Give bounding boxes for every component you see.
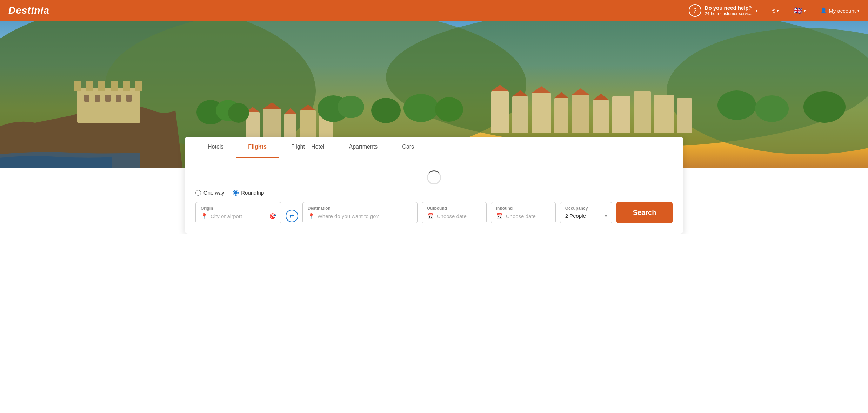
tab-hotels[interactable]: Hotels	[195, 137, 236, 158]
account-chevron-icon: ▾	[857, 8, 860, 13]
svg-rect-11	[135, 81, 142, 91]
loading-spinner	[427, 170, 441, 184]
trip-type-selector: One way Roundtrip	[195, 190, 673, 196]
svg-rect-8	[98, 81, 105, 91]
svg-point-40	[717, 90, 756, 120]
logo[interactable]: Destinia	[8, 5, 49, 16]
header-divider-2	[786, 5, 786, 16]
flag-icon: 🇬🇧	[793, 6, 802, 15]
svg-point-41	[755, 95, 789, 122]
tab-flights[interactable]: Flights	[236, 137, 279, 158]
svg-rect-29	[634, 91, 651, 133]
tab-flight-hotel[interactable]: Flight + Hotel	[279, 137, 337, 158]
header-divider-1	[765, 5, 765, 16]
roundtrip-option[interactable]: Roundtrip	[233, 190, 264, 196]
tab-apartments[interactable]: Apartments	[337, 137, 390, 158]
destination-location-icon: 📍	[308, 213, 315, 219]
swap-icon: ⇄	[289, 212, 294, 219]
swap-button[interactable]: ⇄	[286, 210, 298, 222]
one-way-option[interactable]: One way	[195, 190, 224, 196]
origin-input-row: 📍 🎯	[201, 213, 276, 219]
loading-area	[195, 165, 673, 190]
occupancy-chevron-icon: ▾	[605, 214, 607, 218]
account-person-icon: 👤	[820, 7, 827, 14]
inbound-calendar-icon: 📅	[496, 213, 503, 219]
destination-label: Destination	[308, 206, 412, 211]
inbound-label: Inbound	[496, 206, 550, 211]
svg-rect-16	[126, 95, 132, 102]
svg-rect-25	[554, 98, 568, 133]
origin-target-icon[interactable]: 🎯	[269, 213, 276, 219]
svg-point-36	[338, 96, 364, 118]
svg-rect-9	[111, 81, 118, 91]
svg-rect-10	[123, 81, 130, 91]
origin-location-icon: 📍	[201, 213, 208, 219]
svg-rect-12	[84, 95, 89, 102]
search-fields-row: Origin 📍 🎯 ⇄ Destination 📍	[195, 202, 673, 223]
svg-point-34	[228, 103, 249, 123]
svg-rect-27	[593, 100, 609, 133]
one-way-radio[interactable]	[195, 190, 201, 196]
lang-chevron-icon: ▾	[804, 8, 806, 13]
header-divider-3	[813, 5, 813, 16]
svg-rect-20	[300, 110, 316, 140]
svg-point-38	[403, 94, 439, 122]
roundtrip-radio[interactable]	[233, 190, 239, 196]
search-box: Hotels Flights Flight + Hotel Apartments…	[185, 137, 683, 234]
inbound-field-group[interactable]: Inbound 📅	[491, 202, 556, 223]
search-button-label: Search	[633, 209, 656, 216]
svg-rect-5	[77, 88, 140, 123]
currency-selector[interactable]: € ▾	[772, 8, 779, 14]
help-text: Do you need help? 24-hour customer servi…	[705, 5, 752, 16]
destination-input[interactable]	[318, 213, 412, 219]
search-tabs: Hotels Flights Flight + Hotel Apartments…	[195, 137, 673, 158]
svg-point-39	[435, 97, 463, 122]
help-button[interactable]: ? Do you need help? 24-hour customer ser…	[689, 4, 758, 17]
header-right: ? Do you need help? 24-hour customer ser…	[689, 4, 860, 17]
tab-cars[interactable]: Cars	[390, 137, 426, 158]
one-way-label: One way	[203, 190, 224, 196]
outbound-field-group[interactable]: Outbound 📅	[422, 202, 487, 223]
roundtrip-label: Roundtrip	[241, 190, 264, 196]
occupancy-select[interactable]: 1 Person2 People3 People4 People5+ Peopl…	[565, 213, 602, 219]
occupancy-input-row: 1 Person2 People3 People4 People5+ Peopl…	[565, 213, 607, 219]
inbound-input[interactable]	[506, 213, 550, 219]
occupancy-field-group: Occupancy 1 Person2 People3 People4 Peop…	[560, 202, 612, 223]
svg-rect-30	[654, 95, 674, 133]
svg-rect-13	[95, 95, 100, 102]
svg-rect-14	[105, 95, 111, 102]
destination-input-row: 📍	[308, 213, 412, 219]
svg-point-42	[803, 91, 846, 123]
main-header: Destinia ? Do you need help? 24-hour cus…	[0, 0, 868, 21]
svg-rect-6	[74, 81, 81, 91]
help-icon: ?	[689, 4, 701, 17]
svg-rect-24	[532, 93, 551, 133]
occupancy-label: Occupancy	[565, 206, 607, 211]
svg-rect-28	[612, 96, 630, 133]
outbound-input[interactable]	[437, 213, 481, 219]
currency-chevron-icon: ▾	[777, 8, 779, 13]
svg-rect-23	[512, 96, 528, 133]
svg-rect-7	[86, 81, 93, 91]
outbound-calendar-icon: 📅	[427, 213, 434, 219]
account-button[interactable]: 👤 My account ▾	[820, 7, 860, 14]
origin-input[interactable]	[211, 213, 266, 219]
svg-rect-18	[263, 109, 281, 140]
svg-rect-22	[491, 91, 509, 133]
help-chevron-icon: ▾	[756, 8, 758, 13]
outbound-label: Outbound	[427, 206, 481, 211]
origin-label: Origin	[201, 206, 276, 211]
inbound-input-row: 📅	[496, 213, 550, 219]
origin-field-group: Origin 📍 🎯	[195, 202, 281, 223]
svg-rect-19	[284, 114, 296, 140]
search-button[interactable]: Search	[616, 202, 673, 223]
search-container: Hotels Flights Flight + Hotel Apartments…	[174, 137, 694, 234]
language-selector[interactable]: 🇬🇧 ▾	[793, 6, 806, 15]
help-subtitle: 24-hour customer service	[705, 11, 752, 16]
svg-rect-31	[677, 98, 692, 133]
svg-point-37	[371, 98, 401, 123]
svg-rect-26	[572, 95, 589, 133]
outbound-input-row: 📅	[427, 213, 481, 219]
destination-field-group: Destination 📍	[302, 202, 418, 223]
help-title: Do you need help?	[705, 5, 752, 11]
